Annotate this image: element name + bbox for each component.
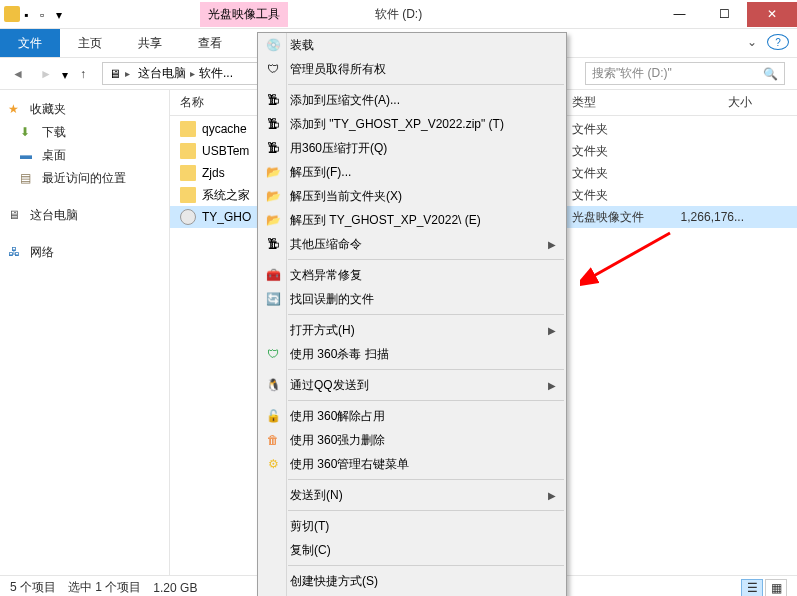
breadcrumb-drive[interactable]: 软件...: [195, 65, 237, 82]
ribbon-expand-icon[interactable]: ⌄: [737, 29, 767, 57]
ctx-copy[interactable]: 复制(C): [258, 538, 566, 562]
ctx-360-scan[interactable]: 🛡使用 360杀毒 扫描: [258, 342, 566, 366]
qat-newfolder-icon[interactable]: ▫: [40, 8, 52, 20]
ctx-mount[interactable]: 💿装载: [258, 33, 566, 57]
chevron-right-icon: ▶: [548, 239, 556, 250]
ctx-create-shortcut[interactable]: 创建快捷方式(S): [258, 569, 566, 593]
ctx-extract-to[interactable]: 📂解压到(F)...: [258, 160, 566, 184]
chevron-right-icon: ▶: [548, 490, 556, 501]
sidebar-favorites[interactable]: ★收藏夹: [2, 98, 167, 121]
svg-line-0: [590, 233, 670, 278]
delete-icon: 🗑: [264, 431, 282, 449]
ctx-cut[interactable]: 剪切(T): [258, 514, 566, 538]
recent-icon: ▤: [20, 171, 36, 187]
qat-dropdown-icon[interactable]: ▾: [56, 8, 68, 20]
shield-icon: 🛡: [264, 345, 282, 363]
folder-icon: [180, 165, 196, 181]
archive-icon: 🗜: [264, 115, 282, 133]
minimize-button[interactable]: —: [657, 2, 702, 27]
sidebar-downloads[interactable]: ⬇下载: [2, 121, 167, 144]
download-icon: ⬇: [20, 125, 36, 141]
lock-icon: 🔓: [264, 407, 282, 425]
shield-icon: 🛡: [264, 60, 282, 78]
extract-icon: 📂: [264, 187, 282, 205]
pc-icon: 🖥: [8, 208, 24, 224]
status-selected-size: 1.20 GB: [153, 581, 197, 595]
qq-icon: 🐧: [264, 376, 282, 394]
tab-view[interactable]: 查看: [180, 29, 240, 57]
breadcrumb-pc[interactable]: 这台电脑: [134, 65, 190, 82]
ctx-360-force-delete[interactable]: 🗑使用 360强力删除: [258, 428, 566, 452]
ctx-admin-own[interactable]: 🛡管理员取得所有权: [258, 57, 566, 81]
folder-icon: [180, 121, 196, 137]
window-title: 软件 (D:): [375, 6, 422, 23]
annotation-arrow: [580, 228, 680, 288]
folder-icon: [180, 143, 196, 159]
chevron-right-icon: ▶: [548, 325, 556, 336]
sidebar-this-pc[interactable]: 🖥这台电脑: [2, 204, 167, 227]
ctx-other-zip[interactable]: 🗜其他压缩命令▶: [258, 232, 566, 256]
ctx-send-to[interactable]: 发送到(N)▶: [258, 483, 566, 507]
ctx-add-zip[interactable]: 🗜添加到 "TY_GHOST_XP_V2022.zip" (T): [258, 112, 566, 136]
archive-icon: 🗜: [264, 139, 282, 157]
extract-icon: 📂: [264, 211, 282, 229]
ctx-doc-repair[interactable]: 🧰文档异常修复: [258, 263, 566, 287]
gear-icon: ⚙: [264, 455, 282, 473]
ctx-360-unlock[interactable]: 🔓使用 360解除占用: [258, 404, 566, 428]
folder-icon: [180, 187, 196, 203]
ctx-open-with[interactable]: 打开方式(H)▶: [258, 318, 566, 342]
archive-icon: 🗜: [264, 91, 282, 109]
view-icons-button[interactable]: ▦: [765, 579, 787, 597]
disc-image-icon: [180, 209, 196, 225]
repair-icon: 🧰: [264, 266, 282, 284]
help-icon[interactable]: ?: [767, 34, 789, 50]
status-selected-count: 选中 1 个项目: [68, 579, 141, 596]
column-type[interactable]: 类型: [572, 94, 662, 111]
desktop-icon: ▬: [20, 148, 36, 164]
pc-icon: 🖥: [109, 67, 121, 81]
archive-icon: 🗜: [264, 235, 282, 253]
contextual-tab-label[interactable]: 光盘映像工具: [200, 2, 288, 27]
sidebar-recent[interactable]: ▤最近访问的位置: [2, 167, 167, 190]
nav-forward-button[interactable]: ►: [34, 62, 58, 86]
nav-up-button[interactable]: ↑: [72, 63, 94, 85]
ctx-360-manage-menu[interactable]: ⚙使用 360管理右键菜单: [258, 452, 566, 476]
close-button[interactable]: ✕: [747, 2, 797, 27]
status-item-count: 5 个项目: [10, 579, 56, 596]
extract-icon: 📂: [264, 163, 282, 181]
ctx-find-deleted[interactable]: 🔄找回误删的文件: [258, 287, 566, 311]
ctx-extract-named[interactable]: 📂解压到 TY_GHOST_XP_V2022\ (E): [258, 208, 566, 232]
star-icon: ★: [8, 102, 24, 118]
chevron-right-icon: ▶: [548, 380, 556, 391]
search-placeholder: 搜索"软件 (D:)": [592, 65, 672, 82]
maximize-button[interactable]: ☐: [702, 2, 747, 27]
qat-properties-icon[interactable]: ▪: [24, 8, 36, 20]
nav-back-button[interactable]: ◄: [6, 62, 30, 86]
ctx-extract-here[interactable]: 📂解压到当前文件夹(X): [258, 184, 566, 208]
window-icon: [4, 6, 20, 22]
sidebar-network[interactable]: 🖧网络: [2, 241, 167, 264]
nav-history-dropdown[interactable]: ▾: [62, 68, 68, 82]
tab-file[interactable]: 文件: [0, 29, 60, 57]
sidebar-desktop[interactable]: ▬桌面: [2, 144, 167, 167]
column-size[interactable]: 大小: [662, 94, 752, 111]
ctx-open-360zip[interactable]: 🗜用360压缩打开(Q): [258, 136, 566, 160]
tab-share[interactable]: 共享: [120, 29, 180, 57]
ctx-add-archive[interactable]: 🗜添加到压缩文件(A)...: [258, 88, 566, 112]
search-icon[interactable]: 🔍: [763, 67, 778, 81]
recover-icon: 🔄: [264, 290, 282, 308]
search-input[interactable]: 搜索"软件 (D:)" 🔍: [585, 62, 785, 85]
view-details-button[interactable]: ☰: [741, 579, 763, 597]
tab-home[interactable]: 主页: [60, 29, 120, 57]
ctx-qq-send[interactable]: 🐧通过QQ发送到▶: [258, 373, 566, 397]
disc-icon: 💿: [264, 36, 282, 54]
network-icon: 🖧: [8, 245, 24, 261]
